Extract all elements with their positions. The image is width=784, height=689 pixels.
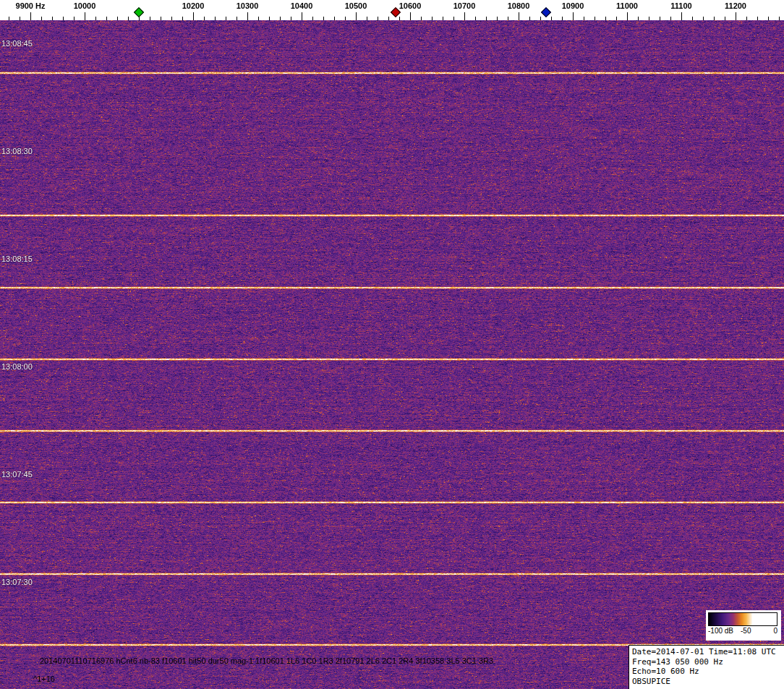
info-station: OBSUPICE [632, 677, 784, 687]
legend-min-label: -100 dB [708, 627, 733, 635]
freq-tick-label: 10200 [182, 1, 205, 10]
freq-tick-label: 10700 [453, 1, 476, 10]
time-tick-label: 13:07:45 [1, 470, 33, 479]
freq-tick-label: 11100 [670, 1, 691, 10]
freq-tick-label: 10900 [562, 1, 584, 10]
freq-tick-label: 11200 [725, 1, 746, 10]
legend-mid-label: -50 [741, 627, 751, 635]
info-frequency: Freq=143 050 000 Hz [632, 657, 784, 667]
time-tick-label: 13:08:45 [1, 39, 33, 48]
freq-tick-label: 10400 [291, 1, 313, 10]
info-date-time: Date=2014-07-01 Time=11:08 UTC [632, 647, 784, 657]
info-echo: Echo=10 600 Hz [632, 667, 784, 677]
frequency-axis: 9900 Hz100001020010300104001050010600107… [0, 0, 784, 20]
time-tick-label: 13:08:00 [1, 362, 33, 371]
color-scale-gradient [708, 612, 777, 626]
time-tick-label: 13:08:15 [1, 254, 33, 263]
freq-tick-label: 9900 Hz [16, 1, 46, 10]
time-tick-label: 13:07:30 [1, 578, 33, 586]
freq-tick-label: 10800 [508, 1, 530, 10]
spectrogram-canvas[interactable] [0, 20, 784, 689]
freq-tick-label: 11000 [616, 1, 638, 10]
observation-info-box: Date=2014-07-01 Time=11:08 UTC Freq=143 … [629, 645, 784, 689]
meteor-spectrogram-page: 9900 Hz100001020010300104001050010600107… [0, 0, 784, 689]
freq-tick-label: 10000 [74, 1, 96, 10]
color-scale-legend: -100 dB -50 0 [706, 610, 781, 641]
time-tick-label: 13:08:30 [1, 147, 33, 155]
freq-tick-label: 10600 [399, 1, 422, 10]
freq-tick-label: 10500 [345, 1, 367, 10]
detection-annotation: 20140701110716976 hCnt6 nb-83 f10601 hit… [40, 656, 493, 665]
freq-tick-label: 10300 [237, 1, 259, 10]
legend-max-label: 0 [773, 627, 777, 635]
counter-annotation: ^1+16 [33, 675, 55, 683]
